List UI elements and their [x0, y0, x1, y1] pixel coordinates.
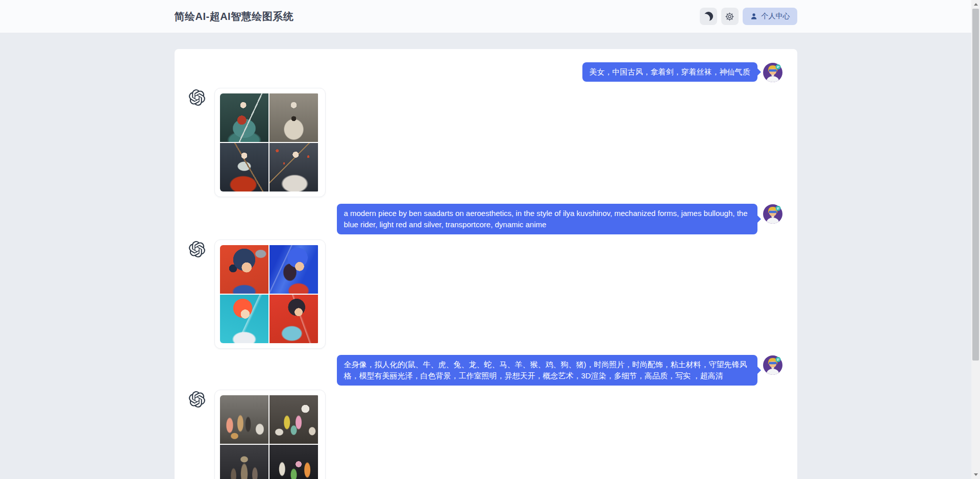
generated-image[interactable] [220, 143, 268, 191]
generated-image[interactable] [220, 245, 268, 294]
settings-button[interactable] [721, 8, 739, 25]
scroll-up-button[interactable] [971, 0, 980, 9]
chat-page: 美女，中国古风，拿着剑，穿着丝袜，神仙气质 [0, 33, 971, 479]
chat-card: 美女，中国古风，拿着剑，穿着丝袜，神仙气质 [175, 49, 797, 479]
user-message-row: 美女，中国古风，拿着剑，穿着丝袜，神仙气质 [189, 62, 783, 83]
generated-image[interactable] [270, 295, 318, 343]
app-window: 简绘AI-超AI智慧绘图系统 个人中 [0, 0, 971, 479]
generated-image[interactable] [270, 143, 318, 191]
user-avatar [763, 355, 783, 375]
scroll-down-button[interactable] [971, 470, 980, 479]
user-icon [750, 12, 758, 20]
gear-icon [725, 12, 734, 21]
bubble-tail [757, 215, 761, 223]
header-actions: 个人中心 [700, 8, 797, 25]
scroll-up-icon [974, 3, 978, 6]
user-avatar [763, 62, 783, 83]
openai-logo-icon [189, 241, 205, 257]
assistant-message-row [189, 88, 783, 197]
generated-image[interactable] [270, 395, 318, 444]
page-title: 简绘AI-超AI智慧绘图系统 [175, 10, 294, 23]
user-message-row: 全身像，拟人化的(鼠、牛、虎、兔、龙、蛇、马、羊、猴、鸡、狗、猪)，时尚照片，时… [189, 355, 783, 386]
generated-image-card [214, 390, 326, 479]
openai-logo-icon [189, 391, 205, 408]
user-message-bubble: a modern piece by ben saadarts on aeroes… [337, 204, 757, 234]
bubble-tail [757, 367, 761, 374]
bubble-tail [757, 68, 761, 76]
profile-center-button[interactable]: 个人中心 [743, 8, 797, 25]
assistant-message-row [189, 240, 783, 349]
image-grid [220, 245, 320, 343]
generated-image[interactable] [270, 445, 318, 479]
assistant-message-row [189, 390, 783, 479]
generated-image[interactable] [220, 295, 268, 343]
openai-logo-icon [189, 89, 205, 106]
generated-image[interactable] [220, 395, 268, 444]
generated-image[interactable] [270, 93, 318, 142]
generated-image[interactable] [270, 245, 318, 294]
generated-image[interactable] [220, 445, 268, 479]
top-navbar: 简绘AI-超AI智慧绘图系统 个人中 [0, 0, 971, 33]
generated-image-card [214, 88, 326, 197]
generated-image[interactable] [220, 93, 268, 142]
dark-mode-button[interactable] [700, 8, 717, 25]
user-avatar [763, 204, 783, 224]
image-grid [220, 395, 320, 479]
profile-center-label: 个人中心 [762, 12, 790, 21]
user-message-bubble: 全身像，拟人化的(鼠、牛、虎、兔、龙、蛇、马、羊、猴、鸡、狗、猪)，时尚照片，时… [337, 355, 757, 386]
user-message-bubble: 美女，中国古风，拿着剑，穿着丝袜，神仙气质 [582, 62, 757, 82]
scroll-down-icon [974, 473, 978, 476]
image-grid [220, 93, 320, 191]
user-message-row: a modern piece by ben saadarts on aeroes… [189, 204, 783, 234]
scrollbar-thumb[interactable] [972, 9, 979, 361]
moon-icon [704, 12, 713, 21]
scrollbar[interactable] [971, 0, 980, 479]
generated-image-card [214, 240, 326, 349]
